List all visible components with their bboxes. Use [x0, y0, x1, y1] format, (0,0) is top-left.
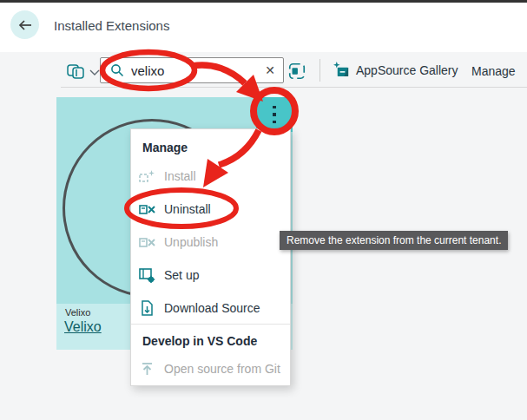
appsource-gallery-label: AppSource Gallery: [356, 63, 458, 77]
installed-extensions-page: Installed Extensions ✕: [0, 0, 527, 420]
menu-item-label: Install: [164, 169, 196, 183]
menu-item-download-source[interactable]: Download Source: [139, 299, 260, 317]
manage-menu-button[interactable]: Manage: [471, 64, 516, 78]
download-source-icon: [139, 300, 155, 316]
menu-item-label: Unpublish: [164, 235, 218, 249]
search-box[interactable]: ✕: [100, 57, 284, 83]
menu-item-label: Open source from Git: [164, 362, 280, 376]
views-icon: [66, 63, 87, 81]
menu-separator: [131, 324, 290, 325]
view-selector-button[interactable]: [66, 63, 100, 81]
back-button[interactable]: [10, 10, 39, 39]
uninstall-tooltip: Remove the extension from the current te…: [280, 231, 508, 250]
menu-section-manage: Manage: [142, 141, 188, 154]
set-up-icon: [139, 268, 155, 283]
publisher-label: Velixo: [65, 307, 90, 318]
menu-item-open-source-from-git: Open source from Git: [139, 360, 280, 377]
toolbar-separator: [319, 59, 320, 82]
unpublish-icon: [139, 235, 155, 249]
install-icon: [139, 169, 155, 183]
card-context-menu: Manage Install Uninstall: [130, 128, 291, 386]
appsource-icon: [333, 62, 350, 78]
uninstall-icon: [139, 202, 155, 216]
focus-mode-button[interactable]: [286, 60, 307, 82]
menu-section-develop: Develop in VS Code: [142, 334, 257, 348]
menu-item-label: Set up: [164, 268, 199, 282]
menu-item-uninstall[interactable]: Uninstall: [139, 200, 211, 218]
menu-item-set-up[interactable]: Set up: [139, 266, 199, 284]
page-title: Installed Extensions: [54, 18, 169, 33]
clear-search-icon[interactable]: ✕: [265, 63, 275, 77]
menu-item-unpublish: Unpublish: [139, 233, 218, 251]
menu-item-label: Uninstall: [164, 202, 211, 216]
menu-item-label: Download Source: [164, 301, 260, 315]
focus-mode-icon: [287, 62, 306, 81]
card-ellipsis-button[interactable]: [256, 97, 293, 132]
back-arrow-icon: [16, 17, 34, 33]
search-icon: [110, 63, 124, 77]
git-upload-icon: [139, 362, 155, 376]
toolbar-divider: [61, 87, 527, 88]
appsource-gallery-button[interactable]: AppSource Gallery: [333, 62, 458, 78]
chevron-down-icon: [89, 69, 100, 75]
menu-item-install: Install: [139, 167, 196, 185]
search-input[interactable]: [131, 63, 253, 78]
extension-name-link[interactable]: Velixo: [64, 319, 102, 335]
